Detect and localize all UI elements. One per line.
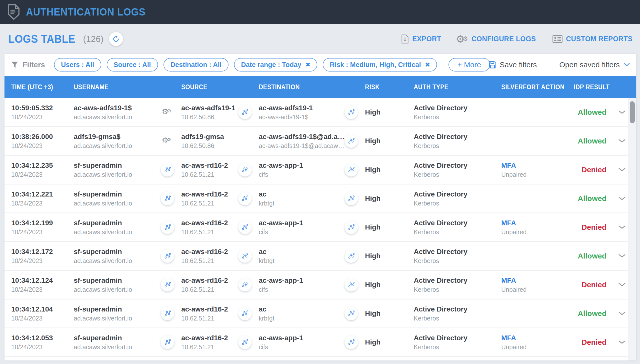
destination-entity-graph-icon[interactable] — [344, 134, 358, 148]
cell-username: sf-superadmin ad.acaws.silverfort.io ⚙⚙ — [74, 276, 181, 293]
logs-toolbar: LOGS TABLE (126) EXPORT ⚙⚙ CONFIGURE LOG… — [0, 24, 640, 54]
cell-destination: ac-aws-app-1 cifs — [259, 276, 365, 293]
more-filters-button[interactable]: + More — [448, 58, 490, 72]
cell-source: ac-aws-rd16-2 10.62.51.21 — [181, 334, 259, 351]
table-row[interactable]: 10:38:26.000 10/24/2023 adfs19-gmsa$ ad.… — [4, 127, 628, 156]
destination-entity-graph-icon[interactable] — [344, 278, 358, 292]
custom-reports-button[interactable]: CUSTOM REPORTS — [552, 35, 636, 43]
source-entity-graph-icon[interactable] — [238, 192, 252, 205]
table-row[interactable]: 10:34:12.124 10/24/2023 sf-superadmin ad… — [4, 271, 628, 300]
cell-destination: ac-aws-app-1 cifs — [259, 162, 365, 178]
row-auth-protocol: Kerberos — [414, 228, 501, 236]
user-entity-graph-icon[interactable] — [161, 192, 174, 205]
expand-row-button[interactable] — [615, 254, 629, 258]
user-entity-graph-icon[interactable] — [161, 336, 174, 349]
filter-pill-destination[interactable]: Destination : All — [164, 58, 229, 72]
open-saved-filters-button[interactable]: Open saved filters — [559, 60, 630, 69]
table-row[interactable]: 10:34:12.199 10/24/2023 sf-superadmin ad… — [4, 213, 628, 242]
refresh-button[interactable] — [109, 32, 123, 46]
export-download-icon — [401, 34, 409, 44]
cell-time: 10:38:26.000 10/24/2023 — [11, 133, 74, 150]
row-risk: High — [365, 338, 414, 346]
chevron-down-icon — [618, 312, 626, 316]
cell-auth-type: Active Directory Kerberos — [414, 162, 501, 178]
row-idp-result: Denied — [582, 280, 606, 289]
page-title: AUTHENTICATION LOGS — [26, 6, 146, 18]
remove-filter-icon[interactable]: ✖ — [305, 61, 310, 68]
cell-source: ac-aws-rd16-2 10.62.51.21 — [181, 248, 259, 264]
expand-row-button[interactable] — [615, 340, 629, 344]
user-entity-graph-icon[interactable] — [161, 278, 174, 292]
user-entity-graph-icon[interactable] — [161, 307, 174, 320]
cell-risk: High — [365, 166, 414, 174]
row-action: MFA — [501, 334, 574, 342]
expand-row-button[interactable] — [615, 312, 629, 316]
row-date: 10/24/2023 — [11, 315, 74, 322]
cell-username: sf-superadmin ad.acaws.silverfort.io ⚙⚙ — [74, 248, 181, 264]
row-date: 10/24/2023 — [11, 142, 74, 150]
filter-pill-users[interactable]: Users : All — [54, 58, 101, 72]
destination-entity-graph-icon[interactable] — [344, 106, 358, 119]
destination-entity-graph-icon[interactable] — [344, 249, 358, 263]
filter-bar: Filters Users : All Source : All Destina… — [4, 54, 636, 76]
logs-table-card: Filters Users : All Source : All Destina… — [4, 54, 636, 360]
authentication-logs-icon — [6, 3, 22, 21]
source-entity-graph-icon[interactable] — [238, 163, 252, 176]
user-entity-graph-icon[interactable] — [161, 163, 174, 176]
table-row[interactable]: 10:34:12.053 10/24/2023 sf-superadmin ad… — [4, 328, 628, 357]
filter-pill-date-range[interactable]: Date range : Today ✖ — [234, 58, 317, 72]
destination-entity-graph-icon[interactable] — [344, 336, 358, 349]
row-auth-protocol: Kerberos — [414, 257, 501, 264]
row-risk: High — [365, 166, 414, 174]
filter-pill-source[interactable]: Source : All — [107, 58, 158, 72]
cell-source: ac-aws-rd16-2 10.62.51.21 — [181, 305, 259, 322]
user-entity-graph-icon[interactable] — [161, 220, 174, 234]
refresh-icon — [112, 35, 120, 43]
save-filters-button[interactable]: Save filters — [489, 60, 537, 69]
cell-auth-type: Active Directory Kerberos — [414, 305, 501, 322]
expand-row-button[interactable] — [615, 110, 629, 114]
row-action-detail: Unpaired — [501, 286, 574, 293]
expand-row-button[interactable] — [615, 168, 629, 172]
destination-entity-graph-icon[interactable] — [344, 192, 358, 205]
source-entity-graph-icon[interactable] — [238, 307, 252, 320]
source-entity-graph-icon[interactable] — [238, 336, 252, 349]
expand-row-button[interactable] — [615, 225, 629, 229]
table-row[interactable]: 10:34:12.235 10/24/2023 sf-superadmin ad… — [4, 156, 628, 184]
user-entity-graph-icon[interactable] — [161, 249, 174, 263]
filter-pills: Users : All Source : All Destination : A… — [54, 58, 490, 72]
expand-row-button[interactable] — [615, 283, 629, 287]
source-entity-graph-icon[interactable] — [238, 220, 252, 234]
source-entity-graph-icon[interactable] — [238, 106, 252, 119]
expand-row-button[interactable] — [615, 196, 629, 200]
row-risk: High — [365, 252, 414, 260]
scrollbar-thumb[interactable] — [630, 101, 635, 123]
row-idp-result: Allowed — [578, 194, 606, 202]
table-row[interactable]: 10:59:05.332 10/24/2023 ac-aws-adfs19-1$… — [4, 98, 628, 127]
table-row[interactable]: 10:34:12.221 10/24/2023 sf-superadmin ad… — [4, 184, 628, 213]
table-row[interactable]: 10:34:12.172 10/24/2023 sf-superadmin ad… — [4, 242, 628, 271]
destination-entity-graph-icon[interactable] — [344, 220, 358, 234]
destination-entity-graph-icon[interactable] — [344, 307, 358, 320]
remove-filter-icon[interactable]: ✖ — [425, 61, 430, 68]
row-time: 10:34:12.199 — [11, 219, 74, 227]
source-entity-graph-icon[interactable] — [238, 278, 252, 292]
row-auth-protocol: Kerberos — [414, 315, 501, 322]
cell-silverfort-action — [501, 198, 574, 199]
filter-pill-risk[interactable]: Risk : Medium, High, Critical ✖ — [323, 58, 437, 72]
expand-row-button[interactable] — [615, 139, 629, 143]
source-entity-graph-icon[interactable] — [238, 249, 252, 263]
destination-entity-graph-icon[interactable] — [344, 163, 358, 176]
cell-risk: High — [365, 108, 414, 116]
cell-silverfort-action: MFA Unpaired — [501, 276, 574, 293]
export-button[interactable]: EXPORT — [401, 34, 443, 44]
vertical-scrollbar[interactable] — [628, 98, 636, 360]
cell-destination: ac krbtgt — [259, 190, 365, 207]
service-account-gears-icon: ⚙⚙ — [162, 107, 171, 116]
column-header-idp-result: IDP RESULT — [574, 83, 610, 91]
configure-logs-button[interactable]: ⚙⚙ CONFIGURE LOGS — [456, 34, 540, 44]
cell-destination: ac krbtgt — [259, 248, 365, 264]
table-row[interactable]: 10:34:12.104 10/24/2023 sf-superadmin ad… — [4, 300, 628, 328]
toolbar-actions: EXPORT ⚙⚙ CONFIGURE LOGS CUSTOM REPORTS — [401, 24, 636, 54]
row-risk: High — [365, 108, 414, 116]
